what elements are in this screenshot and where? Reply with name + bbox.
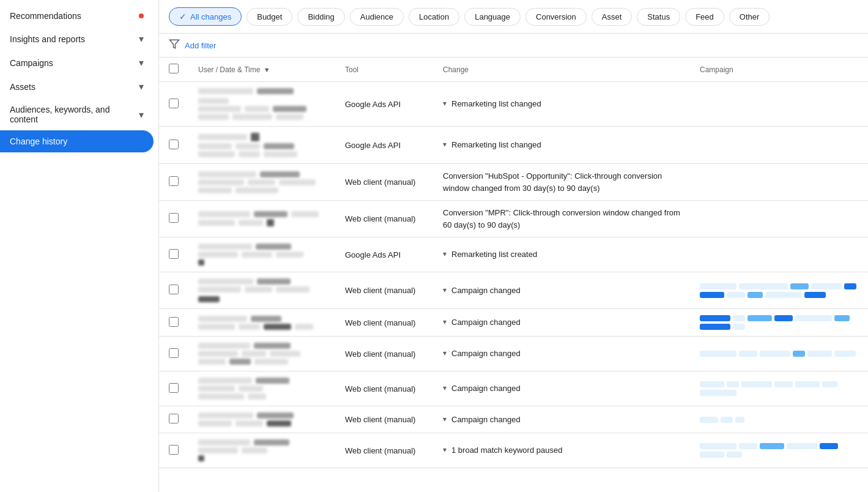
expand-button[interactable]: ▾ — [443, 250, 447, 258]
table-row: Web client (manual)Conversion "HubSpot -… — [159, 164, 868, 201]
expand-button[interactable]: ▾ — [443, 286, 447, 294]
tab-conversion[interactable]: Conversion — [525, 8, 587, 26]
main-content: ✓ All changes Budget Bidding Audience Lo… — [159, 0, 868, 492]
tool-cell: Web client (manual) — [335, 371, 433, 406]
change-text: Remarketing list changed — [451, 98, 541, 110]
sidebar-item-change-history[interactable]: Change history — [0, 130, 154, 152]
tab-status[interactable]: Status — [637, 8, 680, 26]
campaign-cell — [690, 82, 868, 127]
row-checkbox[interactable] — [169, 176, 179, 186]
alert-dot — [139, 13, 144, 18]
row-checkbox[interactable] — [169, 414, 179, 423]
expand-button[interactable]: ▾ — [443, 445, 447, 454]
sidebar-item-audiences-keywords[interactable]: Audiences, keywords, and content ▾ — [0, 99, 154, 130]
sidebar-item-label: Assets — [10, 82, 35, 92]
tab-label: Asset — [602, 12, 622, 21]
col-header-check — [159, 58, 188, 82]
user-date-cell — [188, 371, 335, 406]
row-checkbox[interactable] — [169, 317, 179, 327]
svg-marker-0 — [170, 40, 179, 48]
add-filter-button[interactable]: Add filter — [185, 41, 216, 50]
row-checkbox-cell — [159, 371, 188, 406]
expand-button[interactable]: ▾ — [443, 349, 447, 357]
table-row: Web client (manual)Conversion "MPR": Cli… — [159, 201, 868, 237]
tab-all-changes[interactable]: ✓ All changes — [169, 7, 242, 26]
tab-other[interactable]: Other — [729, 8, 770, 26]
tab-feed[interactable]: Feed — [685, 8, 724, 26]
user-date-cell — [188, 237, 335, 272]
row-checkbox[interactable] — [169, 213, 179, 223]
change-cell: ▾1 broad match keyword paused — [433, 433, 690, 468]
change-text: Remarketing list changed — [451, 139, 541, 151]
expand-button[interactable]: ▾ — [443, 415, 447, 423]
tab-label: Other — [740, 12, 760, 21]
user-date-cell — [188, 406, 335, 433]
change-text: Conversion "MPR": Click-through conversi… — [443, 207, 680, 231]
col-header-tool: Tool — [335, 58, 433, 82]
row-checkbox-cell — [159, 406, 188, 433]
sidebar-item-campaigns[interactable]: Campaigns ▾ — [0, 51, 154, 75]
change-cell: ▾Campaign changed — [433, 371, 690, 406]
expand-button[interactable]: ▾ — [443, 384, 447, 392]
tool-cell: Web client (manual) — [335, 201, 433, 237]
change-text: Conversion "HubSpot - Opportunity": Clic… — [443, 170, 680, 194]
change-cell: ▾Remarketing list changed — [433, 127, 690, 164]
change-cell: ▾Campaign changed — [433, 309, 690, 337]
table-row: Google Ads API▾Remarketing list changed — [159, 127, 868, 164]
row-checkbox-cell — [159, 309, 188, 337]
change-text: Campaign changed — [451, 414, 521, 426]
row-checkbox[interactable] — [169, 140, 179, 149]
change-cell: Conversion "MPR": Click-through conversi… — [433, 201, 690, 237]
chevron-down-icon: ▾ — [139, 57, 144, 69]
sidebar-item-assets[interactable]: Assets ▾ — [0, 75, 154, 99]
col-header-user-date[interactable]: User / Date & Time ▼ — [188, 58, 335, 82]
table-row: Web client (manual)▾Campaign changed — [159, 406, 868, 433]
change-cell: ▾Campaign changed — [433, 337, 690, 371]
expand-button[interactable]: ▾ — [443, 318, 447, 326]
sidebar-item-label: Insights and reports — [10, 34, 85, 44]
user-date-cell — [188, 201, 335, 237]
campaign-cell — [690, 406, 868, 433]
user-date-cell — [188, 127, 335, 164]
change-history-table: User / Date & Time ▼ Tool Change Campaig… — [159, 58, 868, 468]
tab-budget[interactable]: Budget — [247, 8, 292, 26]
campaign-cell — [690, 337, 868, 371]
sidebar: Recommendations Insights and reports ▾ C… — [0, 0, 159, 492]
row-checkbox[interactable] — [169, 99, 179, 108]
user-date-cell — [188, 337, 335, 371]
tool-cell: Web client (manual) — [335, 433, 433, 468]
tab-location[interactable]: Location — [409, 8, 459, 26]
tab-label: Feed — [696, 12, 714, 21]
row-checkbox-cell — [159, 201, 188, 237]
expand-button[interactable]: ▾ — [443, 99, 447, 108]
tab-label: Status — [647, 12, 670, 21]
tool-cell: Web client (manual) — [335, 309, 433, 337]
row-checkbox[interactable] — [169, 285, 179, 294]
chevron-down-icon: ▾ — [139, 109, 144, 121]
select-all-checkbox[interactable] — [169, 64, 179, 73]
change-text: Remarketing list created — [451, 248, 537, 261]
row-checkbox[interactable] — [169, 348, 179, 358]
check-icon: ✓ — [179, 12, 187, 21]
row-checkbox-cell — [159, 433, 188, 468]
tab-asset[interactable]: Asset — [592, 8, 632, 26]
tab-bidding[interactable]: Bidding — [297, 8, 344, 26]
tab-audience[interactable]: Audience — [350, 8, 404, 26]
row-checkbox[interactable] — [169, 249, 179, 259]
row-checkbox[interactable] — [169, 383, 179, 393]
change-text: Campaign changed — [451, 382, 521, 395]
sidebar-item-recommendations[interactable]: Recommendations — [0, 5, 154, 27]
tab-language[interactable]: Language — [464, 8, 521, 26]
user-date-cell — [188, 309, 335, 337]
sidebar-item-insights-reports[interactable]: Insights and reports ▾ — [0, 27, 154, 51]
campaign-cell — [690, 433, 868, 468]
row-checkbox-cell — [159, 127, 188, 164]
expand-button[interactable]: ▾ — [443, 140, 447, 149]
change-cell: ▾Campaign changed — [433, 406, 690, 433]
row-checkbox-cell — [159, 237, 188, 272]
row-checkbox[interactable] — [169, 445, 179, 455]
tool-cell: Web client (manual) — [335, 406, 433, 433]
change-cell: ▾Campaign changed — [433, 272, 690, 309]
chevron-down-icon: ▾ — [139, 81, 144, 92]
table-wrapper: User / Date & Time ▼ Tool Change Campaig… — [159, 58, 868, 492]
